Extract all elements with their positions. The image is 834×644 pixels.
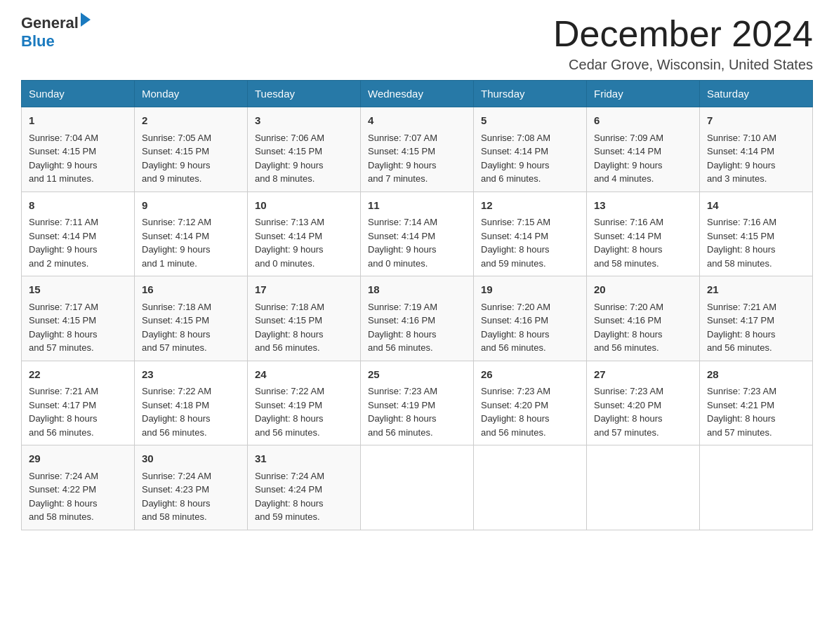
calendar-cell xyxy=(587,445,700,530)
day-info: Sunrise: 7:23 AMSunset: 4:20 PMDaylight:… xyxy=(481,386,550,438)
day-of-week-header: Tuesday xyxy=(248,81,361,107)
day-info: Sunrise: 7:21 AMSunset: 4:17 PMDaylight:… xyxy=(707,302,776,354)
day-number: 18 xyxy=(368,282,466,298)
day-info: Sunrise: 7:24 AMSunset: 4:23 PMDaylight:… xyxy=(142,471,211,523)
day-of-week-header: Monday xyxy=(135,81,248,107)
day-info: Sunrise: 7:23 AMSunset: 4:19 PMDaylight:… xyxy=(368,386,437,438)
day-number: 29 xyxy=(29,451,127,467)
day-info: Sunrise: 7:13 AMSunset: 4:14 PMDaylight:… xyxy=(255,217,324,269)
day-of-week-header: Wednesday xyxy=(361,81,474,107)
day-number: 15 xyxy=(29,282,127,298)
day-info: Sunrise: 7:09 AMSunset: 4:14 PMDaylight:… xyxy=(594,133,663,185)
calendar-cell: 30Sunrise: 7:24 AMSunset: 4:23 PMDayligh… xyxy=(135,445,248,530)
day-of-week-header: Saturday xyxy=(700,81,813,107)
day-info: Sunrise: 7:16 AMSunset: 4:14 PMDaylight:… xyxy=(594,217,663,269)
day-info: Sunrise: 7:22 AMSunset: 4:19 PMDaylight:… xyxy=(255,386,324,438)
day-number: 26 xyxy=(481,367,579,383)
day-info: Sunrise: 7:14 AMSunset: 4:14 PMDaylight:… xyxy=(368,217,437,269)
day-info: Sunrise: 7:20 AMSunset: 4:16 PMDaylight:… xyxy=(481,302,550,354)
day-number: 19 xyxy=(481,282,579,298)
day-info: Sunrise: 7:12 AMSunset: 4:14 PMDaylight:… xyxy=(142,217,211,269)
location-subtitle: Cedar Grove, Wisconsin, United States xyxy=(553,57,813,73)
day-of-week-header: Thursday xyxy=(474,81,587,107)
day-info: Sunrise: 7:11 AMSunset: 4:14 PMDaylight:… xyxy=(29,217,98,269)
calendar-cell: 2Sunrise: 7:05 AMSunset: 4:15 PMDaylight… xyxy=(135,107,248,192)
day-info: Sunrise: 7:22 AMSunset: 4:18 PMDaylight:… xyxy=(142,386,211,438)
day-number: 10 xyxy=(255,198,353,214)
day-number: 27 xyxy=(594,367,692,383)
calendar-cell: 4Sunrise: 7:07 AMSunset: 4:15 PMDaylight… xyxy=(361,107,474,192)
calendar-cell: 10Sunrise: 7:13 AMSunset: 4:14 PMDayligh… xyxy=(248,192,361,276)
calendar-cell: 23Sunrise: 7:22 AMSunset: 4:18 PMDayligh… xyxy=(135,361,248,445)
day-number: 28 xyxy=(707,367,805,383)
day-number: 12 xyxy=(481,198,579,214)
day-info: Sunrise: 7:07 AMSunset: 4:15 PMDaylight:… xyxy=(368,133,437,185)
logo-arrow-icon xyxy=(81,13,91,27)
day-number: 13 xyxy=(594,198,692,214)
day-info: Sunrise: 7:19 AMSunset: 4:16 PMDaylight:… xyxy=(368,302,437,354)
calendar-week-row: 22Sunrise: 7:21 AMSunset: 4:17 PMDayligh… xyxy=(22,361,813,445)
calendar-cell: 9Sunrise: 7:12 AMSunset: 4:14 PMDaylight… xyxy=(135,192,248,276)
day-info: Sunrise: 7:23 AMSunset: 4:20 PMDaylight:… xyxy=(594,386,663,438)
day-info: Sunrise: 7:10 AMSunset: 4:14 PMDaylight:… xyxy=(707,133,776,185)
day-number: 3 xyxy=(255,113,353,129)
day-number: 16 xyxy=(142,282,240,298)
calendar-week-row: 8Sunrise: 7:11 AMSunset: 4:14 PMDaylight… xyxy=(22,192,813,276)
calendar-cell: 1Sunrise: 7:04 AMSunset: 4:15 PMDaylight… xyxy=(22,107,135,192)
calendar-cell: 21Sunrise: 7:21 AMSunset: 4:17 PMDayligh… xyxy=(700,276,813,361)
day-number: 24 xyxy=(255,367,353,383)
calendar-cell: 31Sunrise: 7:24 AMSunset: 4:24 PMDayligh… xyxy=(248,445,361,530)
day-number: 2 xyxy=(142,113,240,129)
month-title: December 2024 xyxy=(553,14,813,54)
day-info: Sunrise: 7:24 AMSunset: 4:22 PMDaylight:… xyxy=(29,471,98,523)
calendar-cell: 25Sunrise: 7:23 AMSunset: 4:19 PMDayligh… xyxy=(361,361,474,445)
day-info: Sunrise: 7:15 AMSunset: 4:14 PMDaylight:… xyxy=(481,217,550,269)
day-number: 8 xyxy=(29,198,127,214)
calendar-cell: 12Sunrise: 7:15 AMSunset: 4:14 PMDayligh… xyxy=(474,192,587,276)
day-number: 30 xyxy=(142,451,240,467)
calendar-cell: 11Sunrise: 7:14 AMSunset: 4:14 PMDayligh… xyxy=(361,192,474,276)
day-number: 17 xyxy=(255,282,353,298)
logo-text-general: General xyxy=(21,14,79,32)
day-number: 20 xyxy=(594,282,692,298)
calendar-week-row: 29Sunrise: 7:24 AMSunset: 4:22 PMDayligh… xyxy=(22,445,813,530)
calendar-cell: 27Sunrise: 7:23 AMSunset: 4:20 PMDayligh… xyxy=(587,361,700,445)
day-number: 1 xyxy=(29,113,127,129)
day-number: 31 xyxy=(255,451,353,467)
logo-text-blue: Blue xyxy=(21,32,91,51)
calendar-cell: 17Sunrise: 7:18 AMSunset: 4:15 PMDayligh… xyxy=(248,276,361,361)
day-info: Sunrise: 7:16 AMSunset: 4:15 PMDaylight:… xyxy=(707,217,776,269)
day-number: 23 xyxy=(142,367,240,383)
day-number: 14 xyxy=(707,198,805,214)
calendar-cell: 5Sunrise: 7:08 AMSunset: 4:14 PMDaylight… xyxy=(474,107,587,192)
day-number: 25 xyxy=(368,367,466,383)
calendar-cell: 13Sunrise: 7:16 AMSunset: 4:14 PMDayligh… xyxy=(587,192,700,276)
calendar-header-row: SundayMondayTuesdayWednesdayThursdayFrid… xyxy=(22,81,813,107)
day-info: Sunrise: 7:20 AMSunset: 4:16 PMDaylight:… xyxy=(594,302,663,354)
day-info: Sunrise: 7:05 AMSunset: 4:15 PMDaylight:… xyxy=(142,133,211,185)
calendar-cell: 8Sunrise: 7:11 AMSunset: 4:14 PMDaylight… xyxy=(22,192,135,276)
calendar-cell: 22Sunrise: 7:21 AMSunset: 4:17 PMDayligh… xyxy=(22,361,135,445)
page-header: General Blue December 2024 Cedar Grove, … xyxy=(21,14,813,73)
calendar-cell xyxy=(700,445,813,530)
calendar-week-row: 15Sunrise: 7:17 AMSunset: 4:15 PMDayligh… xyxy=(22,276,813,361)
day-info: Sunrise: 7:18 AMSunset: 4:15 PMDaylight:… xyxy=(142,302,211,354)
calendar-cell: 6Sunrise: 7:09 AMSunset: 4:14 PMDaylight… xyxy=(587,107,700,192)
calendar-cell: 20Sunrise: 7:20 AMSunset: 4:16 PMDayligh… xyxy=(587,276,700,361)
calendar-cell: 29Sunrise: 7:24 AMSunset: 4:22 PMDayligh… xyxy=(22,445,135,530)
calendar-cell: 28Sunrise: 7:23 AMSunset: 4:21 PMDayligh… xyxy=(700,361,813,445)
day-info: Sunrise: 7:23 AMSunset: 4:21 PMDaylight:… xyxy=(707,386,776,438)
day-number: 7 xyxy=(707,113,805,129)
calendar-cell: 18Sunrise: 7:19 AMSunset: 4:16 PMDayligh… xyxy=(361,276,474,361)
day-info: Sunrise: 7:21 AMSunset: 4:17 PMDaylight:… xyxy=(29,386,98,438)
day-info: Sunrise: 7:04 AMSunset: 4:15 PMDaylight:… xyxy=(29,133,98,185)
day-number: 4 xyxy=(368,113,466,129)
day-info: Sunrise: 7:17 AMSunset: 4:15 PMDaylight:… xyxy=(29,302,98,354)
calendar-cell: 3Sunrise: 7:06 AMSunset: 4:15 PMDaylight… xyxy=(248,107,361,192)
calendar-cell: 14Sunrise: 7:16 AMSunset: 4:15 PMDayligh… xyxy=(700,192,813,276)
day-info: Sunrise: 7:08 AMSunset: 4:14 PMDaylight:… xyxy=(481,133,550,185)
calendar-cell: 26Sunrise: 7:23 AMSunset: 4:20 PMDayligh… xyxy=(474,361,587,445)
calendar-cell: 16Sunrise: 7:18 AMSunset: 4:15 PMDayligh… xyxy=(135,276,248,361)
title-section: December 2024 Cedar Grove, Wisconsin, Un… xyxy=(553,14,813,73)
day-number: 11 xyxy=(368,198,466,214)
